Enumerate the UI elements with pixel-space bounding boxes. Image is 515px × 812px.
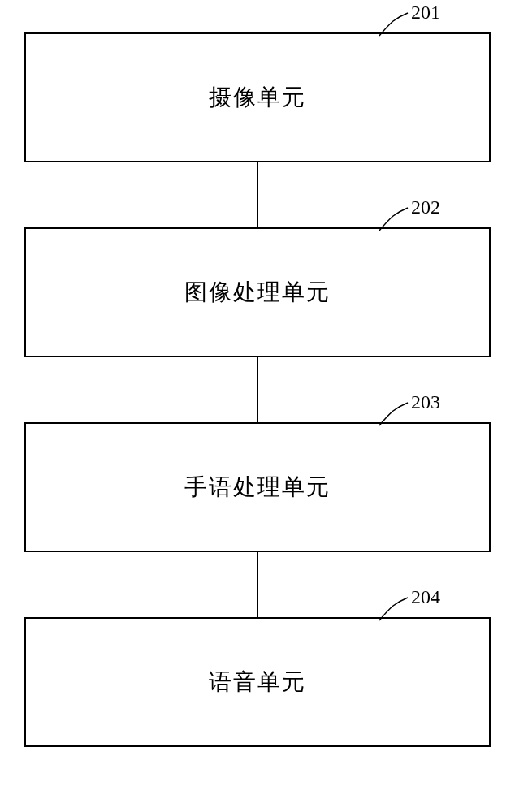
connector-3: [257, 552, 258, 617]
ref-label-201: 201: [411, 2, 440, 24]
connector-1: [257, 162, 258, 227]
ref-202: 202: [375, 200, 440, 232]
connector-2: [257, 357, 258, 422]
ref-201: 201: [375, 5, 440, 37]
block-camera-unit: 201 摄像单元: [24, 32, 491, 162]
ref-label-202: 202: [411, 197, 440, 218]
block-voice-unit: 204 语音单元: [24, 617, 491, 747]
ref-label-204: 204: [411, 586, 440, 608]
block-label-camera: 摄像单元: [209, 82, 306, 113]
block-image-processing-unit: 202 图像处理单元: [24, 227, 491, 357]
block-label-voice: 语音单元: [209, 667, 306, 698]
ref-204: 204: [375, 590, 440, 622]
block-label-image-proc: 图像处理单元: [184, 277, 331, 308]
block-diagram: 201 摄像单元 202 图像处理单元 203 手语处理单元 204: [24, 32, 491, 747]
ref-203: 203: [375, 395, 440, 427]
block-sign-language-processing-unit: 203 手语处理单元: [24, 422, 491, 552]
ref-label-203: 203: [411, 391, 440, 413]
block-label-sign-lang: 手语处理单元: [184, 472, 331, 503]
ref-curve-icon: [375, 11, 412, 37]
ref-curve-icon: [375, 206, 412, 232]
ref-curve-icon: [375, 596, 412, 622]
ref-curve-icon: [375, 401, 412, 427]
